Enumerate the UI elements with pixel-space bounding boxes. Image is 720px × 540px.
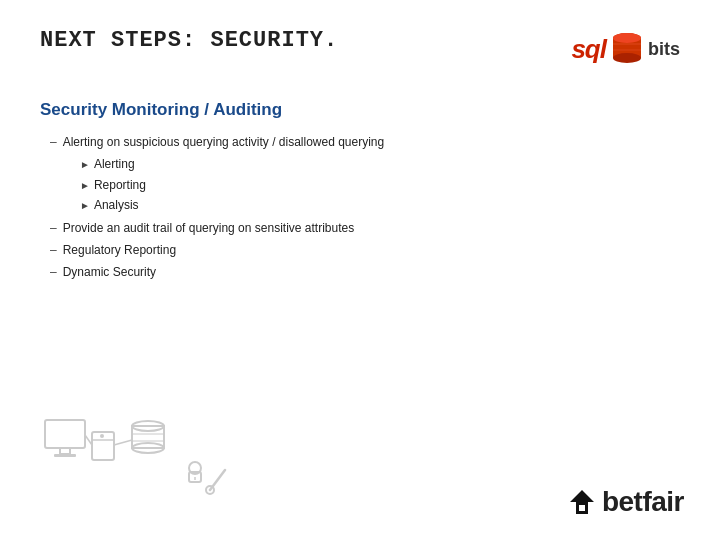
list-item: – Alerting on suspicious querying activi… bbox=[50, 132, 680, 152]
sql-text: sql bbox=[571, 34, 606, 65]
betfair-svg-icon bbox=[566, 486, 598, 518]
sqlbits-logo: sql bits bbox=[571, 28, 680, 70]
svg-point-11 bbox=[100, 434, 104, 438]
dash-icon: – bbox=[50, 262, 57, 282]
sqlbits-db-icon bbox=[606, 28, 648, 70]
arrow-icon: ► bbox=[80, 156, 90, 173]
header: NEXT STEPS: SECURITY. sql bits bbox=[40, 28, 680, 70]
arrow-icon: ► bbox=[80, 197, 90, 214]
dash-icon: – bbox=[50, 240, 57, 260]
betfair-arrow-icon bbox=[566, 486, 598, 518]
list-item-text: Regulatory Reporting bbox=[63, 240, 176, 260]
svg-line-17 bbox=[85, 435, 92, 445]
list-item-text: Alerting on suspicious querying activity… bbox=[63, 132, 385, 152]
sub-item: ► Analysis bbox=[80, 195, 680, 215]
list-item: – Dynamic Security bbox=[50, 262, 680, 282]
betfair-text: betfair bbox=[602, 486, 684, 518]
svg-line-18 bbox=[114, 440, 132, 445]
sub-item-text: Analysis bbox=[94, 195, 139, 215]
svg-rect-25 bbox=[579, 505, 585, 511]
bits-text: bits bbox=[648, 39, 680, 60]
sub-item-text: Reporting bbox=[94, 175, 146, 195]
dash-icon: – bbox=[50, 218, 57, 238]
illustration-icons bbox=[40, 390, 240, 510]
betfair-logo: betfair bbox=[566, 486, 684, 518]
sub-list: ► Alerting ► Reporting ► Analysis bbox=[80, 154, 680, 215]
svg-rect-8 bbox=[54, 454, 76, 457]
section-title: Security Monitoring / Auditing bbox=[40, 100, 680, 120]
list-item-text: Provide an audit trail of querying on se… bbox=[63, 218, 355, 238]
sub-item: ► Reporting bbox=[80, 175, 680, 195]
svg-rect-7 bbox=[60, 448, 70, 454]
arrow-icon: ► bbox=[80, 177, 90, 194]
list-item: – Regulatory Reporting bbox=[50, 240, 680, 260]
svg-point-3 bbox=[613, 33, 641, 43]
list-item-text: Dynamic Security bbox=[63, 262, 156, 282]
bottom-illustration bbox=[40, 390, 240, 510]
sub-item-text: Alerting bbox=[94, 154, 135, 174]
svg-point-2 bbox=[613, 53, 641, 63]
sub-item: ► Alerting bbox=[80, 154, 680, 174]
page-title: NEXT STEPS: SECURITY. bbox=[40, 28, 338, 53]
dash-icon: – bbox=[50, 132, 57, 152]
content-list: – Alerting on suspicious querying activi… bbox=[50, 132, 680, 283]
svg-rect-6 bbox=[45, 420, 85, 448]
list-item: – Provide an audit trail of querying on … bbox=[50, 218, 680, 238]
